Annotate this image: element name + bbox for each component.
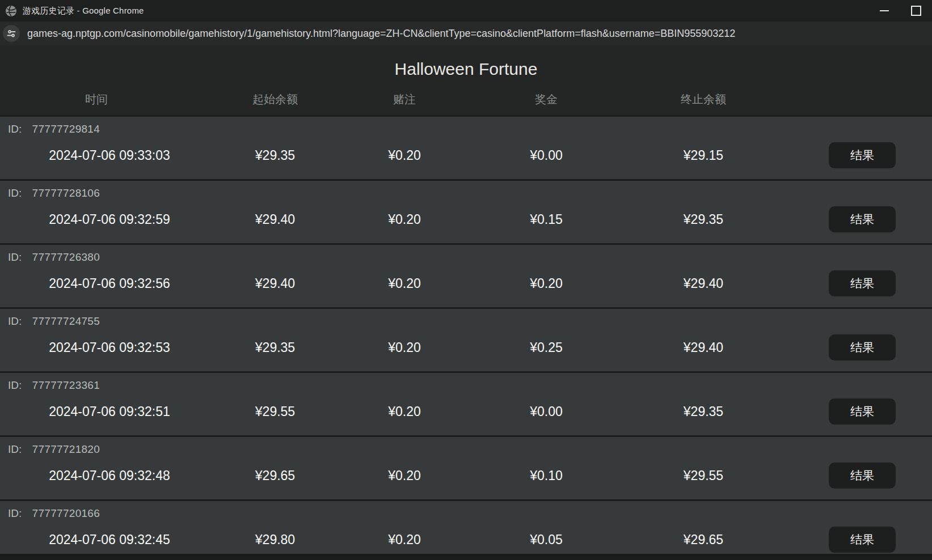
end-balance-cell: ¥29.35 bbox=[607, 212, 800, 227]
column-header-start-balance: 起始余额 bbox=[227, 92, 323, 107]
start-balance-cell: ¥29.35 bbox=[227, 340, 323, 355]
round-id-line: ID: 77777726380 bbox=[0, 245, 932, 264]
column-header-end-balance: 终止余额 bbox=[607, 92, 800, 107]
id-label: ID: bbox=[8, 123, 22, 135]
id-label: ID: bbox=[8, 443, 22, 455]
win-cell: ¥0.00 bbox=[486, 404, 607, 419]
row-values: 2024-07-06 09:33:03 ¥29.35 ¥0.20 ¥0.00 ¥… bbox=[0, 142, 932, 168]
start-balance-cell: ¥29.35 bbox=[227, 148, 323, 163]
win-cell: ¥0.15 bbox=[486, 212, 607, 227]
win-cell: ¥0.00 bbox=[486, 148, 607, 163]
page-title: Halloween Fortune bbox=[0, 45, 932, 79]
history-row: ID: 77777728106 2024-07-06 09:32:59 ¥29.… bbox=[0, 179, 932, 243]
round-id-value: 77777723361 bbox=[32, 379, 100, 391]
result-button[interactable]: 结果 bbox=[829, 463, 896, 489]
result-cell: 结果 bbox=[800, 527, 932, 553]
bet-cell: ¥0.20 bbox=[323, 532, 486, 548]
column-header-time: 时间 bbox=[0, 92, 227, 107]
bet-cell: ¥0.20 bbox=[323, 148, 486, 163]
end-balance-cell: ¥29.55 bbox=[607, 468, 800, 483]
history-row: ID: 77777724755 2024-07-06 09:32:53 ¥29.… bbox=[0, 307, 932, 371]
history-row: ID: 77777726380 2024-07-06 09:32:56 ¥29.… bbox=[0, 243, 932, 307]
win-cell: ¥0.20 bbox=[486, 276, 607, 291]
history-row: ID: 77777721820 2024-07-06 09:32:48 ¥29.… bbox=[0, 435, 932, 499]
time-cell: 2024-07-06 09:32:51 bbox=[0, 404, 227, 419]
end-balance-cell: ¥29.65 bbox=[607, 532, 800, 548]
round-id-line: ID: 77777723361 bbox=[0, 373, 932, 392]
row-values: 2024-07-06 09:32:56 ¥29.40 ¥0.20 ¥0.20 ¥… bbox=[0, 270, 932, 296]
time-cell: 2024-07-06 09:32:48 bbox=[0, 468, 227, 483]
result-cell: 结果 bbox=[800, 463, 932, 489]
result-button[interactable]: 结果 bbox=[829, 527, 896, 553]
result-button[interactable]: 结果 bbox=[829, 206, 896, 232]
round-id-value: 77777720166 bbox=[32, 507, 100, 519]
round-id-line: ID: 77777724755 bbox=[0, 309, 932, 328]
bet-cell: ¥0.20 bbox=[323, 212, 486, 227]
row-values: 2024-07-06 09:32:53 ¥29.35 ¥0.20 ¥0.25 ¥… bbox=[0, 334, 932, 360]
result-button[interactable]: 结果 bbox=[829, 398, 896, 425]
id-label: ID: bbox=[8, 187, 22, 199]
round-id-value: 77777724755 bbox=[32, 315, 100, 327]
result-cell: 结果 bbox=[800, 142, 932, 168]
result-button[interactable]: 结果 bbox=[829, 270, 896, 296]
result-cell: 结果 bbox=[800, 206, 932, 232]
time-cell: 2024-07-06 09:32:53 bbox=[0, 340, 227, 355]
round-id-value: 77777721820 bbox=[32, 443, 100, 455]
round-id-line: ID: 77777720166 bbox=[0, 501, 932, 520]
result-button[interactable]: 结果 bbox=[829, 334, 896, 360]
round-id-line: ID: 77777729814 bbox=[0, 117, 932, 135]
win-cell: ¥0.05 bbox=[486, 532, 607, 548]
window-title: 游戏历史记录 - Google Chrome bbox=[23, 6, 144, 16]
bet-cell: ¥0.20 bbox=[323, 276, 486, 291]
win-cell: ¥0.25 bbox=[486, 340, 607, 355]
minimize-button[interactable] bbox=[868, 0, 900, 22]
list-bottom-divider bbox=[0, 554, 932, 560]
history-row: ID: 77777729814 2024-07-06 09:33:03 ¥29.… bbox=[0, 115, 932, 179]
round-id-value: 77777729814 bbox=[32, 123, 100, 135]
end-balance-cell: ¥29.40 bbox=[607, 276, 800, 291]
id-label: ID: bbox=[8, 507, 22, 519]
page-header: Halloween Fortune 时间 起始余额 赌注 奖金 终止余额 bbox=[0, 45, 932, 115]
id-label: ID: bbox=[8, 251, 22, 263]
maximize-button[interactable] bbox=[900, 0, 932, 22]
row-values: 2024-07-06 09:32:48 ¥29.65 ¥0.20 ¥0.10 ¥… bbox=[0, 463, 932, 489]
site-settings-button[interactable] bbox=[3, 25, 20, 42]
end-balance-cell: ¥29.15 bbox=[607, 148, 800, 163]
tune-icon bbox=[6, 28, 16, 39]
window-titlebar: 游戏历史记录 - Google Chrome bbox=[0, 0, 932, 22]
column-header-bet: 赌注 bbox=[323, 92, 486, 107]
id-label: ID: bbox=[8, 315, 22, 327]
address-bar: games-ag.nptgp.com/casinomobile/gamehist… bbox=[0, 22, 932, 45]
history-list: ID: 77777729814 2024-07-06 09:33:03 ¥29.… bbox=[0, 115, 932, 554]
globe-favicon-icon bbox=[5, 5, 17, 17]
round-id-line: ID: 77777728106 bbox=[0, 181, 932, 200]
bet-cell: ¥0.20 bbox=[323, 404, 486, 419]
start-balance-cell: ¥29.40 bbox=[227, 212, 323, 227]
url-input[interactable]: games-ag.nptgp.com/casinomobile/gamehist… bbox=[27, 28, 932, 40]
game-history-page: Halloween Fortune 时间 起始余额 赌注 奖金 终止余额 ID:… bbox=[0, 45, 932, 560]
start-balance-cell: ¥29.40 bbox=[227, 276, 323, 291]
time-cell: 2024-07-06 09:33:03 bbox=[0, 148, 227, 163]
table-header-row: 时间 起始余额 赌注 奖金 终止余额 bbox=[0, 92, 932, 107]
time-cell: 2024-07-06 09:32:59 bbox=[0, 212, 227, 227]
id-label: ID: bbox=[8, 379, 22, 391]
start-balance-cell: ¥29.65 bbox=[227, 468, 323, 483]
row-values: 2024-07-06 09:32:51 ¥29.55 ¥0.20 ¥0.00 ¥… bbox=[0, 398, 932, 425]
window-controls bbox=[868, 0, 932, 22]
end-balance-cell: ¥29.40 bbox=[607, 340, 800, 355]
time-cell: 2024-07-06 09:32:45 bbox=[0, 532, 227, 548]
result-cell: 结果 bbox=[800, 270, 932, 296]
round-id-line: ID: 77777721820 bbox=[0, 437, 932, 456]
row-values: 2024-07-06 09:32:59 ¥29.40 ¥0.20 ¥0.15 ¥… bbox=[0, 206, 932, 232]
start-balance-cell: ¥29.55 bbox=[227, 404, 323, 419]
column-header-win: 奖金 bbox=[486, 92, 607, 107]
start-balance-cell: ¥29.80 bbox=[227, 532, 323, 548]
minimize-icon bbox=[880, 10, 889, 11]
maximize-icon bbox=[911, 6, 921, 16]
result-button[interactable]: 结果 bbox=[829, 142, 896, 168]
end-balance-cell: ¥29.35 bbox=[607, 404, 800, 419]
bet-cell: ¥0.20 bbox=[323, 468, 486, 483]
row-values: 2024-07-06 09:32:45 ¥29.80 ¥0.20 ¥0.05 ¥… bbox=[0, 527, 932, 553]
round-id-value: 77777728106 bbox=[32, 187, 100, 199]
time-cell: 2024-07-06 09:32:56 bbox=[0, 276, 227, 291]
